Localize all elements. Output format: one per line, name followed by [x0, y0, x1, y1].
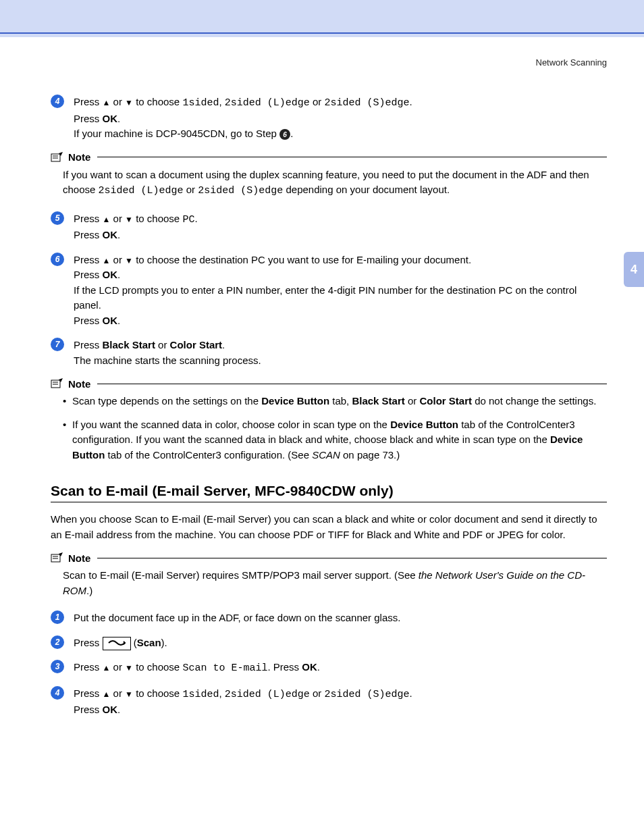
note-list-item: Scan type depends on the settings on the… [63, 394, 607, 409]
new-step-1: 1 Put the document face up in the ADF, o… [51, 610, 607, 626]
note-block-3: Note Scan to E-mail (E-mail Server) requ… [51, 552, 607, 598]
note-label: Note [68, 378, 90, 390]
step-number-icon: 6 [51, 253, 64, 266]
up-arrow-icon: ▲ [103, 213, 111, 226]
up-arrow-icon: ▲ [103, 688, 111, 700]
step-number-icon: 7 [51, 338, 64, 351]
down-arrow-icon: ▼ [125, 97, 133, 109]
step-text: Press ▲ or ▼ to choose 1sided, 2sided (L… [74, 95, 607, 142]
step-number-icon: 4 [51, 95, 64, 108]
note-label: Note [68, 552, 90, 564]
up-arrow-icon: ▲ [103, 255, 111, 267]
step-text: Press ▲ or ▼ to choose Scan to E-mail. P… [74, 660, 607, 677]
step-text: Press (Scan). [74, 635, 607, 651]
down-arrow-icon: ▼ [125, 255, 133, 267]
down-arrow-icon: ▼ [125, 688, 133, 700]
note-body: If you want to scan a document using the… [51, 167, 607, 199]
step-number-icon: 3 [51, 660, 64, 673]
step-number-icon: 4 [51, 686, 64, 700]
new-step-3: 3 Press ▲ or ▼ to choose Scan to E-mail.… [51, 660, 607, 677]
scan-button-icon [103, 637, 131, 650]
step-ref-icon: 6 [279, 129, 290, 140]
up-arrow-icon: ▲ [103, 662, 111, 674]
chapter-tab: 4 [624, 252, 644, 287]
step-4: 4 Press ▲ or ▼ to choose 1sided, 2sided … [51, 95, 607, 142]
step-number-icon: 2 [51, 635, 64, 649]
step-number-icon: 5 [51, 211, 64, 225]
up-arrow-icon: ▲ [103, 97, 111, 109]
step-7: 7 Press Black Start or Color Start. The … [51, 338, 607, 368]
note-block-2: Note Scan type depends on the settings o… [51, 377, 607, 463]
note-icon [51, 151, 64, 163]
new-step-2: 2 Press (Scan). [51, 635, 607, 651]
note-body: Scan type depends on the settings on the… [51, 394, 607, 463]
note-icon [51, 552, 64, 564]
down-arrow-icon: ▼ [125, 662, 133, 674]
new-step-4: 4 Press ▲ or ▼ to choose 1sided, 2sided … [51, 686, 607, 718]
note-block-1: Note If you want to scan a document usin… [51, 151, 607, 199]
step-text: Press Black Start or Color Start. The ma… [74, 338, 607, 368]
step-5: 5 Press ▲ or ▼ to choose PC. Press OK. [51, 211, 607, 243]
step-text: Press ▲ or ▼ to choose PC. Press OK. [74, 211, 607, 243]
step-text: Put the document face up in the ADF, or … [74, 610, 607, 626]
section-intro: When you choose Scan to E-mail (E-mail S… [51, 512, 607, 542]
note-label: Note [68, 151, 90, 163]
step-6: 6 Press ▲ or ▼ to choose the destination… [51, 253, 607, 329]
step-text: Press ▲ or ▼ to choose the destination P… [74, 253, 607, 329]
top-header-bar [0, 0, 644, 37]
running-header: Network Scanning [51, 57, 607, 68]
note-list-item: If you want the scanned data in color, c… [63, 417, 607, 463]
section-heading: Scan to E-mail (E-mail Server, MFC-9840C… [51, 483, 607, 499]
step-number-icon: 1 [51, 610, 64, 624]
down-arrow-icon: ▼ [125, 213, 133, 226]
note-icon [51, 377, 64, 390]
step-text: Press ▲ or ▼ to choose 1sided, 2sided (L… [74, 686, 607, 718]
page-content: 4 Network Scanning 4 Press ▲ or ▼ to cho… [0, 37, 644, 834]
section-rule [51, 502, 607, 502]
note-body: Scan to E-mail (E-mail Server) requires … [51, 568, 607, 598]
